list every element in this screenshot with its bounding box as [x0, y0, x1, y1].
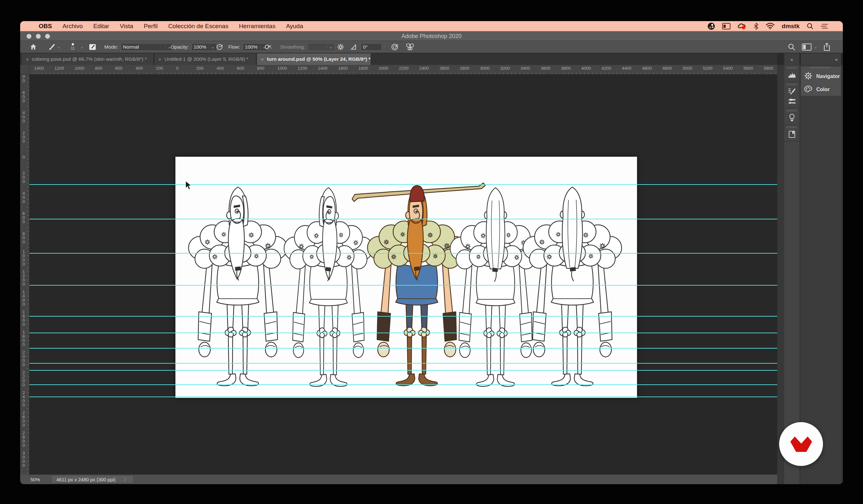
menu-item-herramientas[interactable]: Herramientas	[239, 23, 275, 30]
tab-close-icon[interactable]: ×	[26, 56, 29, 62]
opacity-pressure-icon[interactable]	[216, 41, 224, 53]
size-pressure-icon[interactable]	[391, 41, 399, 53]
canvas-guide[interactable]	[29, 184, 777, 185]
status-options-chevron-icon[interactable]: 〉	[124, 477, 129, 482]
h-ruler-label: 800	[95, 66, 102, 71]
tab-close-icon[interactable]: ×	[261, 56, 264, 62]
brush-picker-chevron-icon[interactable]: ⌄	[80, 41, 84, 53]
window-titlebar[interactable]: Adobe Photoshop 2020	[20, 32, 843, 41]
tab-label: Untitled-1 @ 200% (Layer 5, RGB/8) *	[164, 56, 248, 62]
canvas-guide[interactable]	[29, 384, 777, 385]
smoothing-options-gear-icon[interactable]	[337, 41, 344, 53]
h-ruler-label: 3400	[521, 66, 530, 71]
menubar-username[interactable]: dmstk	[782, 23, 800, 30]
bluetooth-icon[interactable]	[753, 23, 759, 30]
spotlight-search-icon[interactable]	[806, 23, 813, 29]
dock-icon-group	[784, 108, 799, 125]
menu-item-archivo[interactable]: Archivo	[62, 23, 83, 30]
v-ruler-label: 8 0 0	[22, 75, 26, 83]
canvas-guide[interactable]	[29, 253, 777, 254]
menubar-status-area: dmstk	[708, 22, 828, 30]
ruler-origin-corner[interactable]	[20, 65, 29, 75]
obs-status-icon[interactable]	[708, 22, 715, 30]
brush-settings-icon[interactable]	[784, 87, 799, 96]
h-ruler-label: 800	[257, 66, 264, 71]
sidecar-display-icon[interactable]	[722, 23, 730, 29]
mode-select[interactable]: Normal⌄	[121, 43, 173, 51]
mode-label: Mode:	[104, 44, 118, 50]
canvas-guide[interactable]	[29, 219, 777, 219]
workspace-chevron-icon[interactable]: ⌄	[814, 41, 817, 53]
vertical-ruler[interactable]: 8 0 06 0 04 0 02 0 002 0 04 0 06 0 08 0 …	[20, 75, 29, 475]
home-icon[interactable]	[30, 41, 37, 53]
brush-preset-chevron-icon[interactable]: ⌄	[57, 41, 61, 53]
icon-dock-collapse-button[interactable]: «	[784, 53, 799, 65]
panel-button-navigator[interactable]: Navigator	[801, 70, 841, 83]
canvas-guide[interactable]	[29, 316, 777, 316]
menu-item-colecci-n-de-escenas[interactable]: Colección de Escenas	[168, 23, 228, 30]
brush-settings-panel-toggle-icon[interactable]	[89, 41, 96, 53]
dock-group-grip[interactable]	[787, 83, 797, 86]
canvas-guide[interactable]	[29, 370, 777, 371]
document-size-field[interactable]: 4611 px x 2480 px (300 ppi) 〉	[51, 475, 134, 483]
v-ruler-label: 6 0 0	[22, 91, 26, 103]
h-ruler-label: 400	[217, 66, 224, 71]
document-tab-1[interactable]: ×coloring pose.psd @ 66,7% (skin warmth,…	[22, 53, 154, 65]
airbrush-icon[interactable]	[264, 41, 272, 53]
canvas-guide[interactable]	[29, 285, 777, 286]
panel-group-grip[interactable]	[811, 66, 831, 68]
libraries-icon[interactable]	[784, 130, 799, 139]
panel-dock-collapse-button[interactable]: «	[801, 53, 841, 65]
v-ruler-label: 2 0 0	[22, 131, 26, 143]
opacity-field[interactable]: 100%⌄	[191, 43, 217, 51]
tab-label: turn around.psd @ 50% (Layer 24, RGB/8*)…	[267, 56, 370, 62]
brush-angle-icon	[351, 41, 359, 53]
h-ruler-label: 4800	[662, 66, 672, 71]
panel-button-color[interactable]: Color	[801, 83, 841, 96]
canvas-guide[interactable]	[29, 348, 777, 349]
character-front-lineart	[189, 187, 287, 386]
v-ruler-label: 1 2 0 0	[22, 270, 26, 286]
menu-item-ayuda[interactable]: Ayuda	[286, 23, 303, 30]
menu-item-perfil[interactable]: Perfil	[144, 23, 158, 30]
panel-button-column: NavigatorColor	[801, 65, 841, 484]
wifi-icon[interactable]	[766, 23, 775, 29]
h-ruler-label: 2800	[460, 66, 469, 71]
canvas-guide[interactable]	[29, 333, 777, 333]
menu-item-editar[interactable]: Editar	[93, 23, 110, 30]
brush-angle-field[interactable]: 0°	[361, 43, 382, 51]
tab-close-icon[interactable]: ×	[159, 56, 161, 62]
dock-group-grip[interactable]	[787, 67, 797, 69]
macos-menubar: OBS ArchivoEditarVistaPerfilColección de…	[20, 21, 843, 32]
artboard-canvas[interactable]	[175, 157, 637, 398]
menu-item-vista[interactable]: Vista	[120, 23, 133, 30]
control-center-icon[interactable]	[821, 23, 828, 29]
zoom-level-field[interactable]: 50%	[30, 477, 40, 482]
h-ruler-label: 1200	[54, 66, 64, 71]
brushes-icon[interactable]	[784, 96, 799, 106]
menubar-app-name[interactable]: OBS	[39, 23, 52, 30]
lightbulb-icon[interactable]	[784, 113, 799, 122]
screen-record-icon[interactable]	[738, 23, 747, 30]
canvas-guide[interactable]	[29, 363, 777, 364]
tool-options-bar: ⌄ 11 ⌄ Mode: Normal⌄ Opacity: 100%⌄ Flow…	[20, 41, 843, 53]
status-bar: 50% 4611 px x 2480 px (300 ppi) 〉	[20, 475, 777, 484]
document-tab-3[interactable]: ×turn around.psd @ 50% (Layer 24, RGB/8*…	[257, 53, 371, 65]
dock-group-grip[interactable]	[787, 110, 797, 112]
brush-tool-icon[interactable]	[48, 41, 55, 53]
histogram-icon[interactable]	[784, 70, 799, 80]
document-tab-2[interactable]: ×Untitled-1 @ 200% (Layer 5, RGB/8) *	[154, 53, 257, 65]
workspace-switcher-icon[interactable]	[802, 41, 812, 53]
h-ruler-label: 400	[135, 66, 143, 71]
dock-group-grip[interactable]	[787, 126, 797, 128]
canvas-guide[interactable]	[29, 397, 777, 397]
panel-dock: NavigatorColor	[777, 65, 843, 484]
search-icon[interactable]	[788, 41, 796, 53]
paint-symmetry-butterfly-icon[interactable]	[405, 41, 414, 53]
horizontal-ruler[interactable]: 1400120010008006004002000200400600800100…	[29, 65, 777, 75]
brush-preset-picker[interactable]: 11	[71, 41, 75, 53]
v-ruler-label: 4 0 0	[22, 111, 26, 123]
share-icon[interactable]	[823, 41, 831, 53]
document-viewport[interactable]	[29, 75, 777, 475]
smoothing-field: ⌄	[308, 43, 335, 51]
